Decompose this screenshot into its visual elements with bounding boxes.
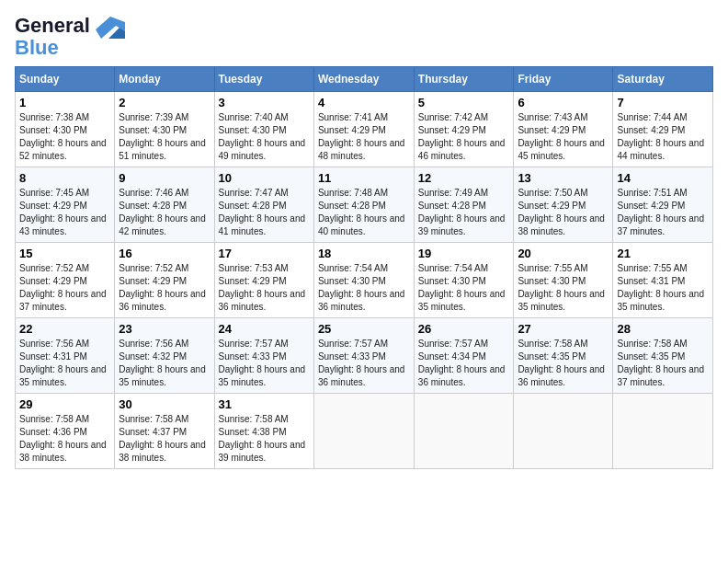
day-info: Sunrise: 7:47 AM Sunset: 4:28 PM Dayligh… xyxy=(219,187,310,238)
day-number: 26 xyxy=(418,322,510,336)
day-number: 6 xyxy=(518,96,609,109)
calendar-cell: 18 Sunrise: 7:54 AM Sunset: 4:30 PM Dayl… xyxy=(313,243,414,318)
day-info: Sunrise: 7:42 AM Sunset: 4:29 PM Dayligh… xyxy=(418,111,510,163)
day-number: 14 xyxy=(617,171,709,185)
calendar-cell: 13 Sunrise: 7:50 AM Sunset: 4:29 PM Dayl… xyxy=(514,167,613,243)
day-info: Sunrise: 7:56 AM Sunset: 4:32 PM Dayligh… xyxy=(119,338,210,389)
day-number: 18 xyxy=(318,247,410,260)
day-number: 11 xyxy=(318,171,410,185)
calendar-cell xyxy=(313,394,414,469)
calendar-cell: 2 Sunrise: 7:39 AM Sunset: 4:30 PM Dayli… xyxy=(115,92,214,167)
day-header: Wednesday xyxy=(313,67,414,92)
day-info: Sunrise: 7:58 AM Sunset: 4:36 PM Dayligh… xyxy=(19,413,110,465)
calendar-cell: 23 Sunrise: 7:56 AM Sunset: 4:32 PM Dayl… xyxy=(115,318,214,394)
calendar-cell: 26 Sunrise: 7:57 AM Sunset: 4:34 PM Dayl… xyxy=(414,318,514,394)
day-info: Sunrise: 7:50 AM Sunset: 4:29 PM Dayligh… xyxy=(518,187,609,238)
day-number: 17 xyxy=(219,247,310,260)
calendar-cell: 7 Sunrise: 7:44 AM Sunset: 4:29 PM Dayli… xyxy=(613,92,713,167)
day-number: 27 xyxy=(518,322,609,336)
day-info: Sunrise: 7:51 AM Sunset: 4:29 PM Dayligh… xyxy=(617,187,709,238)
day-number: 19 xyxy=(418,247,510,260)
logo: GeneralBlue xyxy=(15,15,125,59)
day-number: 5 xyxy=(418,96,510,109)
logo-icon xyxy=(92,13,125,46)
day-number: 1 xyxy=(19,96,110,109)
day-header: Tuesday xyxy=(214,67,313,92)
calendar-cell: 10 Sunrise: 7:47 AM Sunset: 4:28 PM Dayl… xyxy=(214,167,313,243)
day-number: 10 xyxy=(219,171,310,185)
day-number: 2 xyxy=(119,96,210,109)
day-info: Sunrise: 7:46 AM Sunset: 4:28 PM Dayligh… xyxy=(119,187,210,238)
day-header: Sunday xyxy=(16,67,115,92)
day-info: Sunrise: 7:53 AM Sunset: 4:29 PM Dayligh… xyxy=(219,262,310,314)
day-info: Sunrise: 7:52 AM Sunset: 4:29 PM Dayligh… xyxy=(119,262,210,314)
day-number: 28 xyxy=(617,322,709,336)
calendar-cell: 25 Sunrise: 7:57 AM Sunset: 4:33 PM Dayl… xyxy=(313,318,414,394)
day-number: 3 xyxy=(219,96,310,109)
day-info: Sunrise: 7:54 AM Sunset: 4:30 PM Dayligh… xyxy=(318,262,410,314)
day-info: Sunrise: 7:52 AM Sunset: 4:29 PM Dayligh… xyxy=(19,262,110,314)
day-info: Sunrise: 7:38 AM Sunset: 4:30 PM Dayligh… xyxy=(19,111,110,163)
calendar-cell xyxy=(514,394,613,469)
calendar-cell xyxy=(613,394,713,469)
day-info: Sunrise: 7:44 AM Sunset: 4:29 PM Dayligh… xyxy=(617,111,709,163)
calendar-cell: 31 Sunrise: 7:58 AM Sunset: 4:38 PM Dayl… xyxy=(214,394,313,469)
day-header: Saturday xyxy=(613,67,713,92)
day-number: 9 xyxy=(119,171,210,185)
calendar-cell xyxy=(414,394,514,469)
calendar-table: SundayMondayTuesdayWednesdayThursdayFrid… xyxy=(15,66,713,469)
day-header: Monday xyxy=(115,67,214,92)
day-number: 25 xyxy=(318,322,410,336)
calendar-cell: 1 Sunrise: 7:38 AM Sunset: 4:30 PM Dayli… xyxy=(16,92,115,167)
day-info: Sunrise: 7:49 AM Sunset: 4:28 PM Dayligh… xyxy=(418,187,510,238)
day-info: Sunrise: 7:58 AM Sunset: 4:35 PM Dayligh… xyxy=(518,338,609,389)
day-number: 4 xyxy=(318,96,410,109)
calendar-cell: 29 Sunrise: 7:58 AM Sunset: 4:36 PM Dayl… xyxy=(16,394,115,469)
day-info: Sunrise: 7:58 AM Sunset: 4:35 PM Dayligh… xyxy=(617,338,709,389)
calendar-cell: 14 Sunrise: 7:51 AM Sunset: 4:29 PM Dayl… xyxy=(613,167,713,243)
calendar-cell: 4 Sunrise: 7:41 AM Sunset: 4:29 PM Dayli… xyxy=(313,92,414,167)
day-number: 24 xyxy=(219,322,310,336)
day-info: Sunrise: 7:57 AM Sunset: 4:33 PM Dayligh… xyxy=(219,338,310,389)
calendar-cell: 22 Sunrise: 7:56 AM Sunset: 4:31 PM Dayl… xyxy=(16,318,115,394)
day-info: Sunrise: 7:56 AM Sunset: 4:31 PM Dayligh… xyxy=(19,338,110,389)
day-info: Sunrise: 7:40 AM Sunset: 4:30 PM Dayligh… xyxy=(219,111,310,163)
calendar-cell: 27 Sunrise: 7:58 AM Sunset: 4:35 PM Dayl… xyxy=(514,318,613,394)
day-number: 13 xyxy=(518,171,609,185)
day-info: Sunrise: 7:48 AM Sunset: 4:28 PM Dayligh… xyxy=(318,187,410,238)
day-number: 8 xyxy=(19,171,110,185)
day-info: Sunrise: 7:54 AM Sunset: 4:30 PM Dayligh… xyxy=(418,262,510,314)
calendar-cell: 16 Sunrise: 7:52 AM Sunset: 4:29 PM Dayl… xyxy=(115,243,214,318)
calendar-cell: 9 Sunrise: 7:46 AM Sunset: 4:28 PM Dayli… xyxy=(115,167,214,243)
calendar-cell: 24 Sunrise: 7:57 AM Sunset: 4:33 PM Dayl… xyxy=(214,318,313,394)
calendar-cell: 6 Sunrise: 7:43 AM Sunset: 4:29 PM Dayli… xyxy=(514,92,613,167)
day-info: Sunrise: 7:55 AM Sunset: 4:31 PM Dayligh… xyxy=(617,262,709,314)
logo-text: GeneralBlue xyxy=(15,15,90,59)
day-number: 16 xyxy=(119,247,210,260)
day-info: Sunrise: 7:57 AM Sunset: 4:34 PM Dayligh… xyxy=(418,338,510,389)
day-header: Thursday xyxy=(414,67,514,92)
calendar-cell: 30 Sunrise: 7:58 AM Sunset: 4:37 PM Dayl… xyxy=(115,394,214,469)
calendar-cell: 28 Sunrise: 7:58 AM Sunset: 4:35 PM Dayl… xyxy=(613,318,713,394)
calendar-cell: 20 Sunrise: 7:55 AM Sunset: 4:30 PM Dayl… xyxy=(514,243,613,318)
day-info: Sunrise: 7:57 AM Sunset: 4:33 PM Dayligh… xyxy=(318,338,410,389)
day-number: 15 xyxy=(19,247,110,260)
calendar-cell: 15 Sunrise: 7:52 AM Sunset: 4:29 PM Dayl… xyxy=(16,243,115,318)
day-number: 31 xyxy=(219,397,310,411)
day-info: Sunrise: 7:58 AM Sunset: 4:38 PM Dayligh… xyxy=(219,413,310,465)
day-info: Sunrise: 7:55 AM Sunset: 4:30 PM Dayligh… xyxy=(518,262,609,314)
calendar-cell: 12 Sunrise: 7:49 AM Sunset: 4:28 PM Dayl… xyxy=(414,167,514,243)
day-info: Sunrise: 7:58 AM Sunset: 4:37 PM Dayligh… xyxy=(119,413,210,465)
day-number: 12 xyxy=(418,171,510,185)
calendar-cell: 11 Sunrise: 7:48 AM Sunset: 4:28 PM Dayl… xyxy=(313,167,414,243)
calendar-cell: 3 Sunrise: 7:40 AM Sunset: 4:30 PM Dayli… xyxy=(214,92,313,167)
day-number: 21 xyxy=(617,247,709,260)
day-info: Sunrise: 7:45 AM Sunset: 4:29 PM Dayligh… xyxy=(19,187,110,238)
day-header: Friday xyxy=(514,67,613,92)
calendar-cell: 8 Sunrise: 7:45 AM Sunset: 4:29 PM Dayli… xyxy=(16,167,115,243)
day-number: 23 xyxy=(119,322,210,336)
day-number: 30 xyxy=(119,397,210,411)
day-number: 7 xyxy=(617,96,709,109)
day-info: Sunrise: 7:39 AM Sunset: 4:30 PM Dayligh… xyxy=(119,111,210,163)
calendar-cell: 17 Sunrise: 7:53 AM Sunset: 4:29 PM Dayl… xyxy=(214,243,313,318)
